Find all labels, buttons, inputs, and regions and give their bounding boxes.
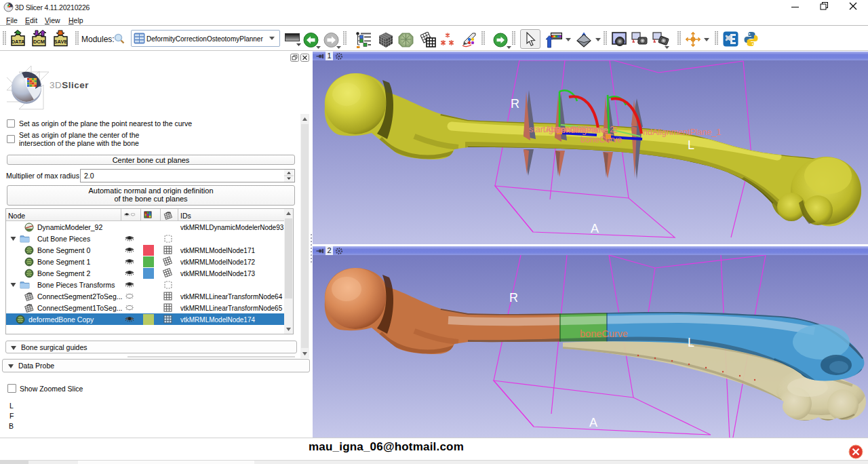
svg-text:ignmentPlane: ignmentPlane [547, 125, 598, 134]
svg-text:ndAlignmentPlane_1: ndAlignmentPlane_1 [643, 128, 721, 137]
svg-text:R: R [509, 291, 518, 305]
svg-text:DATA: DATA [12, 39, 25, 45]
svg-text:boneCurve: boneCurve [580, 135, 622, 144]
svg-text:R: R [511, 97, 519, 111]
svg-text:A: A [591, 222, 599, 235]
svg-text:SAVE: SAVE [54, 39, 68, 45]
svg-text:A: A [589, 416, 597, 429]
svg-text:L: L [688, 336, 694, 349]
svg-text:boneCurve: boneCurve [580, 328, 628, 339]
svg-text:L: L [688, 138, 694, 152]
svg-text:DCM: DCM [33, 39, 45, 45]
